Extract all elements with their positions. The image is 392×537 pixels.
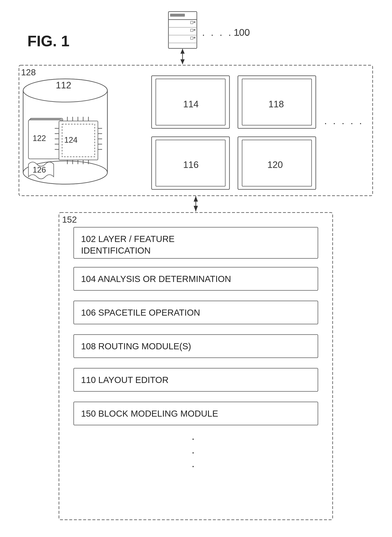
module-4-label: 108 ROUTING MODULE(S) [81,341,191,351]
bottom-dot-2: . [191,444,195,456]
svg-marker-58 [194,196,198,202]
ref-122-label: 122 [33,134,46,143]
module-1-label2: IDENTIFICATION [81,245,151,255]
ref-116-label: 116 [183,159,199,170]
ref-118-label: 118 [268,99,284,109]
right-dots: . . . . . [324,115,364,126]
svg-marker-14 [180,59,185,64]
module-6-label: 150 BLOCK MODELING MODULE [81,409,218,419]
svg-rect-5 [194,21,195,23]
ref-112-label: 112 [56,80,71,90]
figure-label: FIG. 1 [27,33,70,49]
module-5-label: 110 LAYOUT EDITOR [81,375,169,385]
svg-marker-13 [180,49,185,54]
ref-100: 100 [234,27,250,38]
ref-124-label: 124 [64,135,77,144]
ref-152-label: 152 [62,215,77,225]
svg-rect-11 [194,37,195,38]
module-3-label: 106 SPACETILE OPERATION [81,308,200,318]
svg-rect-2 [170,14,185,17]
bottom-dot-1: . [191,430,195,442]
bottom-dot-3: . [191,457,195,469]
ref-114-label: 114 [183,99,199,109]
module-2-label: 104 ANALYSIS OR DETERMINATION [81,274,231,284]
page: FIG. 1 . . . . . . 100 [0,0,392,537]
module-1-label: 102 LAYER / FEATURE [81,234,175,244]
diagram-svg: FIG. 1 . . . . . . 100 [0,0,392,537]
ref-126-label: 126 [33,165,46,174]
svg-rect-8 [194,29,195,31]
svg-marker-59 [194,206,198,212]
server-icon [168,12,197,48]
ref-120-label: 120 [267,159,283,170]
ref-128-label: 128 [21,67,36,77]
